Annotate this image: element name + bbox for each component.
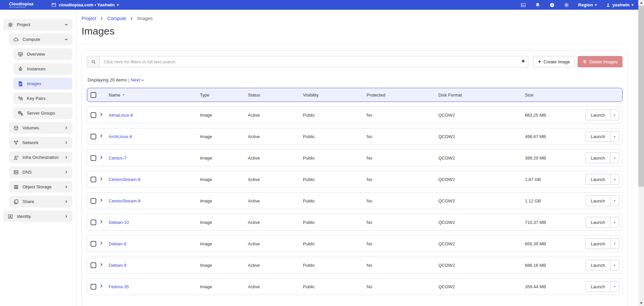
image-name-link[interactable]: CentosStream-8 xyxy=(109,177,141,182)
expand-row-icon[interactable] xyxy=(99,262,104,267)
launch-button[interactable]: Launch xyxy=(585,217,610,228)
user-menu[interactable]: yashwin ▾ xyxy=(606,2,633,7)
column-header-status[interactable]: Status xyxy=(248,93,303,98)
breadcrumb-compute[interactable]: Compute xyxy=(107,16,126,21)
help-icon[interactable]: ? xyxy=(549,2,555,8)
create-image-button[interactable]: + Create Image xyxy=(533,56,575,67)
cell-type: Image xyxy=(200,263,248,268)
sidebar-item-instances[interactable]: Instances xyxy=(13,63,72,75)
launch-button[interactable]: Launch xyxy=(585,152,610,163)
column-header-visibility[interactable]: Visibility xyxy=(303,93,367,98)
chevron-right-icon xyxy=(64,170,68,174)
search-input[interactable] xyxy=(99,56,528,67)
image-name-link[interactable]: ArchLinux-8 xyxy=(109,134,132,139)
column-header-disk-format[interactable]: Disk Format xyxy=(438,93,525,98)
row-checkbox[interactable] xyxy=(91,112,96,118)
sidebar-item-label: DNS xyxy=(22,170,32,175)
launch-dropdown-toggle[interactable] xyxy=(610,152,619,163)
row-checkbox[interactable] xyxy=(91,155,96,161)
sidebar-item-server-groups[interactable]: Server Groups xyxy=(13,107,72,119)
launch-dropdown-toggle[interactable] xyxy=(610,131,619,142)
column-header-name[interactable]: Name xyxy=(109,93,200,98)
scroll-up-button[interactable] xyxy=(638,0,644,6)
table-row: Fedora-35 Image Active Public No QCOW2 3… xyxy=(87,278,623,295)
sidebar-item-network[interactable]: Network xyxy=(9,137,72,148)
row-checkbox[interactable] xyxy=(91,198,96,204)
launch-dropdown-toggle[interactable] xyxy=(610,260,619,270)
image-name-link[interactable]: Debian-9 xyxy=(109,263,126,268)
sidebar-item-share[interactable]: Share xyxy=(9,196,72,207)
expand-row-icon[interactable] xyxy=(99,177,104,181)
sidebar-item-overview[interactable]: Overview xyxy=(13,48,72,60)
cell-size: 1.12 GB xyxy=(525,198,579,203)
sidebar-item-key-pairs[interactable]: Key Pairs xyxy=(13,93,72,104)
image-name-link[interactable]: Debian-10 xyxy=(109,220,129,225)
row-checkbox[interactable] xyxy=(91,134,96,139)
region-menu[interactable]: Region ▾ xyxy=(578,2,597,7)
caret-down-filled-icon xyxy=(613,263,616,267)
expand-row-icon[interactable] xyxy=(99,284,104,288)
image-name-link[interactable]: Centos-7 xyxy=(109,156,126,161)
launch-dropdown-toggle[interactable] xyxy=(610,174,619,185)
column-header-protected[interactable]: Protected xyxy=(367,93,438,98)
console-icon[interactable] xyxy=(521,2,526,8)
expand-row-icon[interactable] xyxy=(99,198,104,202)
launch-button[interactable]: Launch xyxy=(585,174,610,185)
bell-icon[interactable] xyxy=(535,2,540,8)
sidebar-item-infra-orchestration[interactable]: Infra Orchestration xyxy=(9,151,72,163)
launch-button[interactable]: Launch xyxy=(585,110,610,120)
select-all-checkbox[interactable] xyxy=(91,92,96,98)
launch-dropdown-toggle[interactable] xyxy=(610,195,619,206)
volumes-icon xyxy=(13,125,19,131)
sidebar-item-volumes[interactable]: Volumes xyxy=(9,122,72,134)
scrollbar-thumb[interactable] xyxy=(638,6,644,187)
vertical-scrollbar[interactable] xyxy=(638,0,644,306)
scroll-down-button[interactable] xyxy=(638,300,644,306)
gear-icon[interactable] xyxy=(564,2,569,8)
image-name-link[interactable]: AlmaLinux-8 xyxy=(109,113,133,118)
expand-row-icon[interactable] xyxy=(99,220,104,224)
site-project-switcher[interactable]: cloudtopiaa.com • Yashwin ▾ xyxy=(51,2,119,7)
launch-dropdown-toggle[interactable] xyxy=(610,238,619,249)
launch-button[interactable]: Launch xyxy=(585,260,610,270)
expand-row-icon[interactable] xyxy=(99,112,104,117)
column-header-size[interactable]: Size xyxy=(525,93,579,98)
sidebar-item-images[interactable]: Images xyxy=(13,78,72,89)
launch-button[interactable]: Launch xyxy=(585,238,610,249)
launch-button[interactable]: Launch xyxy=(585,195,610,206)
infra-icon xyxy=(13,155,19,161)
row-checkbox[interactable] xyxy=(91,262,96,268)
row-checkbox[interactable] xyxy=(91,241,96,247)
sidebar-item-object-storage[interactable]: Object Storage xyxy=(9,181,72,193)
brand-logo[interactable]: Cloudtopiaa Your Cloud Partner xyxy=(0,2,51,8)
sidebar-item-dns[interactable]: DNS xyxy=(9,166,72,178)
next-page-link[interactable]: Next » xyxy=(131,77,144,82)
sidebar-item-project[interactable]: Project xyxy=(3,19,72,30)
row-checkbox[interactable] xyxy=(91,220,96,225)
clear-search-icon[interactable]: ✖ xyxy=(521,59,525,64)
cell-visibility: Public xyxy=(303,198,367,203)
row-checkbox[interactable] xyxy=(91,177,96,182)
expand-row-icon[interactable] xyxy=(99,134,104,138)
column-header-type[interactable]: Type xyxy=(200,93,248,98)
launch-dropdown-toggle[interactable] xyxy=(610,110,619,120)
image-name-link[interactable]: Debian-8 xyxy=(109,241,126,246)
cell-disk-format: QCOW2 xyxy=(438,113,525,118)
cell-size: 655.39 MB xyxy=(525,241,579,246)
sidebar-item-identity[interactable]: Identity xyxy=(3,210,72,222)
image-name-link[interactable]: CentosStream-9 xyxy=(109,198,141,203)
launch-dropdown-toggle[interactable] xyxy=(610,217,619,228)
expand-row-icon[interactable] xyxy=(99,241,104,245)
cell-status: Active xyxy=(248,284,303,289)
launch-dropdown-toggle[interactable] xyxy=(610,281,619,292)
breadcrumb-project[interactable]: Project xyxy=(82,16,96,21)
expand-row-icon[interactable] xyxy=(99,155,104,160)
delete-images-button[interactable]: Delete Images xyxy=(578,56,623,67)
launch-button[interactable]: Launch xyxy=(585,281,610,292)
image-name-link[interactable]: Fedora-35 xyxy=(109,284,129,289)
cell-type: Image xyxy=(200,284,248,289)
launch-button[interactable]: Launch xyxy=(585,131,610,142)
sidebar-item-compute[interactable]: Compute xyxy=(9,34,72,45)
row-checkbox[interactable] xyxy=(91,284,96,290)
monitor-icon xyxy=(17,51,23,57)
